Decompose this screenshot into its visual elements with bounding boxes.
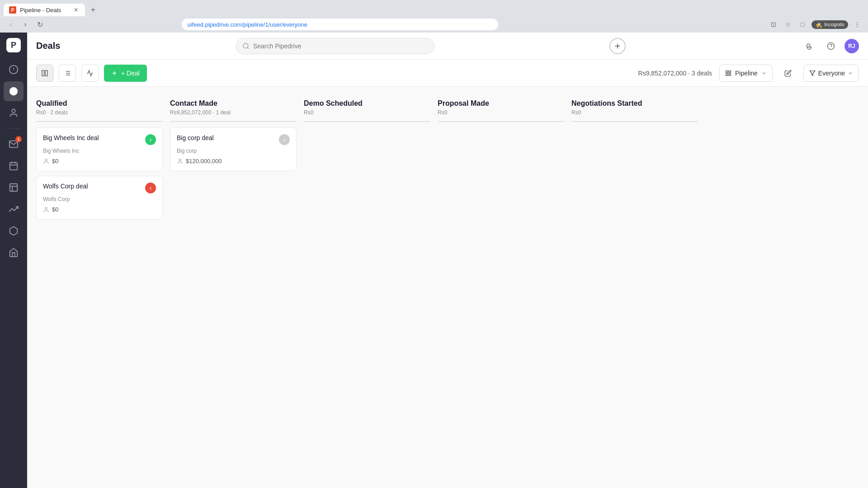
svg-rect-6: [10, 163, 18, 170]
app: P $ 1: [0, 33, 868, 488]
svg-marker-31: [810, 70, 815, 75]
deal-company-0-0: Big Wheels Inc: [43, 148, 156, 154]
stage-meta-3: Rs0: [438, 109, 564, 116]
deal-card-header-0-0: Big Wheels Inc deal ›: [43, 134, 156, 145]
forward-button[interactable]: ›: [20, 19, 31, 30]
stage-cards-1: Big corp deal › Big corp $120,000,000: [170, 127, 297, 171]
stage-header-2: Demo Scheduled Rs0: [304, 94, 430, 122]
deal-company-1-0: Big corp: [177, 148, 290, 154]
stage-name-2: Demo Scheduled: [304, 99, 430, 108]
svg-point-32: [45, 159, 47, 161]
deal-card-1-0[interactable]: Big corp deal › Big corp $120,000,000: [170, 127, 297, 171]
app-logo[interactable]: P: [6, 38, 21, 52]
main-content: Deals RJ: [27, 33, 868, 488]
deal-card-0-0[interactable]: Big Wheels Inc deal › Big Wheels Inc $0: [36, 127, 163, 171]
help-button[interactable]: [823, 38, 839, 54]
svg-point-5: [12, 109, 15, 113]
svg-text:$: $: [11, 88, 14, 95]
list-view-button[interactable]: [59, 65, 76, 82]
address-bar[interactable]: uifeed.pipedrive.com/pipeline/1/user/eve…: [182, 19, 498, 30]
help-icon: [827, 42, 835, 50]
browser-tab-active[interactable]: P Pipeline - Deals ✕: [4, 4, 85, 16]
browser-toolbar: ‹ › ↻ uifeed.pipedrive.com/pipeline/1/us…: [0, 16, 868, 33]
add-deal-label: + Deal: [121, 70, 140, 77]
reload-button[interactable]: ↻: [34, 19, 45, 30]
browser-tabs: P Pipeline - Deals ✕ +: [0, 0, 868, 16]
svg-rect-18: [45, 70, 47, 76]
pipeline-icon: [725, 70, 731, 76]
sidebar-item-marketplace[interactable]: [4, 243, 24, 263]
incognito-badge: 🕵 Incognito: [811, 20, 848, 29]
deal-value-0-1: $0: [43, 206, 156, 213]
person-icon-0-0: [43, 158, 49, 164]
sidebar: P $ 1: [0, 33, 27, 488]
sidebar-item-activity[interactable]: [4, 60, 24, 80]
sidebar-item-mail[interactable]: 1: [4, 134, 24, 154]
pipeline-selector[interactable]: Pipeline: [719, 65, 773, 82]
sidebar-item-deals[interactable]: $: [4, 81, 24, 101]
stage-name-1: Contact Made: [170, 99, 297, 108]
bookmark-icon[interactable]: ☆: [783, 19, 793, 30]
topbar: Deals RJ: [27, 33, 868, 60]
svg-rect-10: [10, 184, 18, 192]
deal-card-header-0-1: Wolfs Corp deal ‹: [43, 183, 156, 193]
add-button[interactable]: [609, 38, 626, 54]
bulb-button[interactable]: [801, 38, 817, 54]
stage-name-3: Proposal Made: [438, 99, 564, 108]
sidebar-item-products[interactable]: [4, 221, 24, 241]
extension-icon[interactable]: □: [797, 19, 808, 30]
menu-button[interactable]: ⋮: [852, 19, 863, 30]
deal-name-1-0: Big corp deal: [177, 134, 279, 141]
deal-arrow-1-0: ›: [279, 134, 290, 145]
page-title: Deals: [36, 41, 60, 51]
deal-company-0-1: Wolfs Corp: [43, 196, 156, 202]
search-bar[interactable]: [236, 38, 434, 54]
deal-value-1-0: $120,000,000: [177, 158, 290, 164]
edit-icon: [784, 70, 792, 77]
svg-point-11: [243, 43, 248, 48]
topbar-actions: RJ: [801, 38, 859, 54]
everyone-chevron-icon: [848, 70, 853, 76]
stage-name-4: Negotiations Started: [571, 99, 698, 108]
kanban-icon: [41, 70, 48, 77]
stage-name-0: Qualified: [36, 99, 163, 108]
bulb-icon: [805, 42, 813, 50]
everyone-label: Everyone: [818, 70, 845, 77]
deal-card-0-1[interactable]: Wolfs Corp deal ‹ Wolfs Corp $0: [36, 176, 163, 220]
svg-rect-29: [726, 74, 728, 75]
sidebar-item-calendar[interactable]: [4, 156, 24, 176]
sidebar-item-contacts[interactable]: [4, 103, 24, 123]
add-deal-plus-icon: [111, 70, 118, 76]
toolbar-right: Rs9,852,072,000 · 3 deals Pipeline Every…: [638, 65, 859, 82]
deal-name-0-1: Wolfs Corp deal: [43, 183, 145, 190]
person-icon-0-1: [43, 206, 49, 213]
stage-meta-0: Rs0 · 2 deals: [36, 109, 163, 116]
pipeline-board: Qualified Rs0 · 2 deals Big Wheels Inc d…: [27, 87, 868, 488]
kanban-view-button[interactable]: [36, 65, 53, 82]
stage-header-1: Contact Made Rs9,852,072,000 · 1 deal: [170, 94, 297, 122]
filter-icon: [809, 70, 816, 76]
tab-close-button[interactable]: ✕: [72, 6, 80, 14]
edit-pipeline-button[interactable]: [780, 65, 796, 81]
everyone-filter-button[interactable]: Everyone: [803, 65, 859, 82]
svg-point-34: [179, 159, 181, 161]
back-button[interactable]: ‹: [5, 19, 16, 30]
new-tab-button[interactable]: +: [87, 4, 99, 16]
cast-icon[interactable]: ⊡: [768, 19, 779, 30]
stage-header-3: Proposal Made Rs0: [438, 94, 564, 122]
search-input[interactable]: [253, 42, 428, 50]
sidebar-item-reports[interactable]: [4, 178, 24, 197]
forecast-view-button[interactable]: [81, 65, 99, 82]
toolbar: + Deal Rs9,852,072,000 · 3 deals Pipelin…: [27, 60, 868, 87]
deal-arrow-0-0: ›: [145, 134, 156, 145]
svg-line-12: [247, 47, 249, 49]
stage-column-1: Contact Made Rs9,852,072,000 · 1 deal Bi…: [170, 94, 297, 481]
add-deal-button[interactable]: + Deal: [104, 65, 147, 82]
list-icon: [64, 70, 71, 77]
svg-rect-30: [729, 74, 731, 75]
forecast-icon: [86, 70, 94, 77]
sidebar-item-insights[interactable]: [4, 199, 24, 219]
user-avatar[interactable]: RJ: [844, 39, 859, 53]
person-icon-1-0: [177, 158, 183, 164]
browser-chrome: P Pipeline - Deals ✕ + ‹ › ↻ uifeed.pipe…: [0, 0, 868, 33]
